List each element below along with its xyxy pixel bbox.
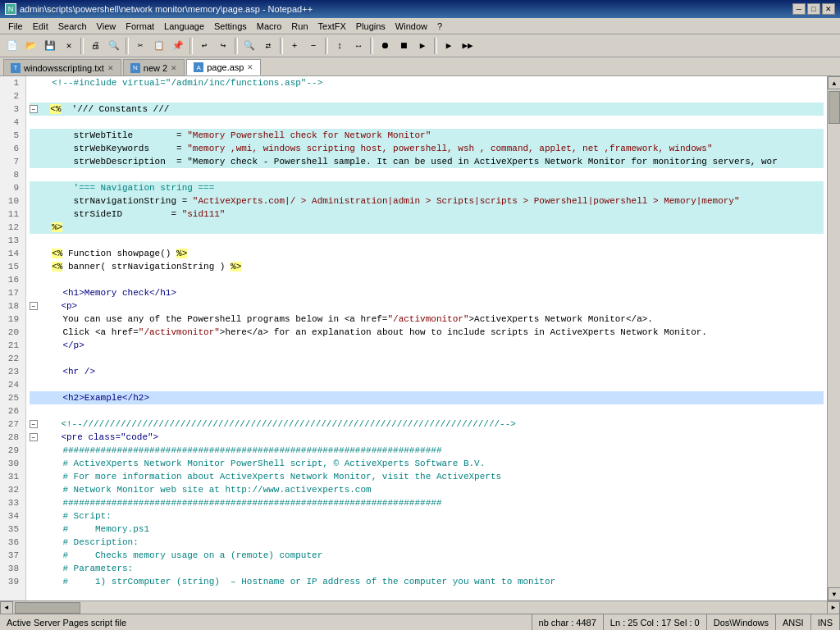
hscroll-thumb[interactable] [15,602,80,614]
code-line[interactable]: strWebKeywords = "memory ,wmi, windows s… [30,142,824,155]
zoom-out-button[interactable]: − [304,37,322,55]
code-content[interactable]: <!--#include virtual="/admin/inc/functio… [26,76,827,588]
code-line[interactable]: <% banner( strNavigationString ) %> [30,260,824,273]
menu-item-settings[interactable]: Settings [209,21,252,32]
cut-button[interactable]: ✂ [131,37,149,55]
code-line[interactable] [30,89,824,103]
code-line[interactable]: − <p> [30,299,824,313]
code-line[interactable]: # Parameters: [30,562,824,575]
code-line[interactable]: ########################################… [30,496,824,509]
tab-close-button[interactable]: ✕ [247,63,253,71]
fold-button[interactable]: − [30,433,38,441]
print-preview-button[interactable]: 🔍 [105,37,123,55]
menu-item-macro[interactable]: Macro [252,21,287,32]
vertical-scrollbar[interactable]: ▲ ▼ [827,76,840,600]
menu-item-?[interactable]: ? [432,21,447,32]
menu-item-run[interactable]: Run [286,21,313,32]
replace-button[interactable]: ⇄ [259,37,277,55]
menu-item-format[interactable]: Format [121,21,159,32]
fold-button[interactable]: − [30,302,38,310]
hscroll-track[interactable] [13,601,827,614]
sync-scroll-h-button[interactable]: ↔ [349,37,368,55]
run2-button[interactable]: ▶▶ [459,37,477,55]
code-line[interactable]: <% Function showpage() %> [30,247,824,260]
code-line[interactable]: '=== Navigation string === [30,181,824,194]
menu-item-view[interactable]: View [92,21,121,32]
new-button[interactable]: 📄 [3,37,21,55]
save-button[interactable]: 💾 [41,37,59,55]
code-line[interactable] [30,234,824,247]
hscroll-left-button[interactable]: ◄ [0,601,13,614]
code-line[interactable]: # Network Monitor web site at http://www… [30,483,824,496]
tab-tab-windowsscripting[interactable]: Twindowsscripting.txt✕ [3,59,121,75]
code-line[interactable]: # Description: [30,536,824,549]
macro-rec-button[interactable]: ⏺ [376,37,394,55]
code-line[interactable] [30,273,824,286]
menu-item-file[interactable]: File [3,21,28,32]
code-line[interactable]: # For more information about ActiveXpert… [30,470,824,483]
tab-tab-page-asp[interactable]: Apage.asp✕ [186,59,261,75]
title-bar-buttons[interactable]: ─ □ ✕ [792,3,835,15]
menu-item-textfx[interactable]: TextFX [313,21,351,32]
zoom-in-button[interactable]: + [285,37,304,55]
code-line[interactable]: − <pre class="code"> [30,431,824,444]
fold-button[interactable]: − [30,105,38,113]
code-line[interactable] [30,404,824,418]
code-line[interactable]: # ActiveXperts Network Monitor PowerShel… [30,457,824,470]
horizontal-scrollbar[interactable]: ◄ ► [0,600,840,614]
scroll-up-button[interactable]: ▲ [828,76,840,89]
code-line[interactable]: # Memory.ps1 [30,523,824,536]
code-line[interactable]: You can use any of the Powershell progra… [30,313,824,326]
code-line[interactable]: <h1>Memory check</h1> [30,286,824,299]
undo-button[interactable]: ↩ [195,37,213,55]
code-line[interactable]: strNavigationString = "ActiveXperts.com|… [30,194,824,208]
menu-item-plugins[interactable]: Plugins [351,21,390,32]
code-line[interactable] [30,378,824,391]
code-line[interactable]: # Checks memory usage on a (remote) comp… [30,549,824,562]
code-line[interactable]: Click <a href="/activmonitor">here</a> f… [30,326,824,339]
code-line[interactable] [30,352,824,365]
tab-close-button[interactable]: ✕ [107,64,114,72]
copy-button[interactable]: 📋 [150,37,168,55]
menu-item-window[interactable]: Window [390,21,432,32]
code-line[interactable]: strWebTitle = "Memory Powershell check f… [30,129,824,142]
code-area[interactable]: <!--#include virtual="/admin/inc/functio… [26,76,827,600]
scroll-thumb[interactable] [829,91,840,124]
paste-button[interactable]: 📌 [169,37,187,55]
macro-stop-button[interactable]: ⏹ [395,37,413,55]
menu-item-edit[interactable]: Edit [28,21,53,32]
redo-button[interactable]: ↪ [214,37,232,55]
menu-item-search[interactable]: Search [53,21,92,32]
scroll-down-button[interactable]: ▼ [828,587,840,600]
code-line[interactable]: %> [30,221,824,234]
tab-close-button[interactable]: ✕ [171,64,177,72]
fold-button[interactable]: − [30,420,38,428]
sync-scroll-v-button[interactable]: ↕ [331,37,349,55]
run-button[interactable]: ▶ [440,37,458,55]
code-line[interactable]: # 1) strComputer (string) – Hostname or … [30,575,824,588]
close-button[interactable]: ✕ [822,3,835,15]
code-line[interactable] [30,168,824,181]
open-button[interactable]: 📂 [22,37,40,55]
code-line[interactable]: </p> [30,339,824,352]
code-line[interactable]: ########################################… [30,444,824,457]
minimize-button[interactable]: ─ [792,3,806,15]
scroll-track[interactable] [828,89,840,587]
code-line[interactable]: # Script: [30,509,824,523]
code-line[interactable]: <h2>Example</h2> [30,391,824,404]
tab-tab-new2[interactable]: Nnew 2✕ [123,59,185,75]
macro-play-button[interactable]: ▶ [413,37,431,55]
code-line[interactable]: − <!--//////////////////////////////////… [30,418,824,431]
code-line[interactable]: strWebDescription = "Memory check - Powe… [30,155,824,168]
close-file-button[interactable]: ✕ [60,37,78,55]
maximize-button[interactable]: □ [807,3,820,15]
hscroll-right-button[interactable]: ► [827,601,840,614]
find-button[interactable]: 🔍 [240,37,258,55]
code-line[interactable]: <!--#include virtual="/admin/inc/functio… [30,76,824,89]
code-line[interactable] [30,116,824,129]
code-line[interactable]: − <% '/// Constants /// [30,103,824,116]
print-button[interactable]: 🖨 [86,37,104,55]
menu-item-language[interactable]: Language [159,21,209,32]
code-line[interactable]: <hr /> [30,365,824,378]
code-line[interactable]: strSideID = "sid111" [30,208,824,221]
